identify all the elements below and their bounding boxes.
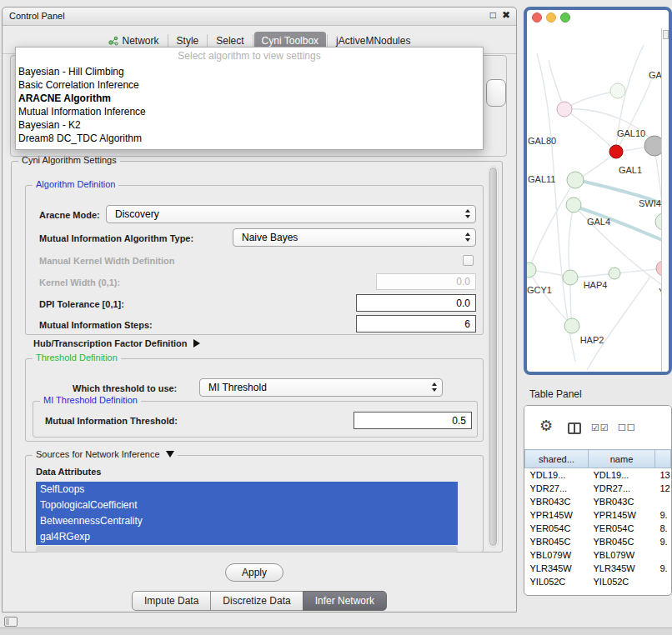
partially-covered-button[interactable] (486, 79, 506, 107)
column-header[interactable]: shared... (525, 450, 589, 468)
deselect-all-icon[interactable]: ☐☐ (618, 422, 636, 433)
table-cell: YDR27... (589, 482, 655, 495)
dpi-tolerance-label: DPI Tolerance [0,1]: (39, 299, 124, 309)
status-strip (0, 628, 672, 635)
column-header[interactable] (655, 450, 671, 468)
mi-type-value: Naive Bayes (242, 232, 298, 243)
manual-kernel-label: Manual Kernel Width Definition (39, 256, 174, 266)
which-threshold-select[interactable]: MI Threshold (199, 378, 443, 397)
table-row[interactable]: YBR043CYBR043C (525, 495, 671, 508)
table-cell: 9. (655, 508, 671, 522)
node-label-gal: GAL (649, 70, 662, 80)
node-hap4[interactable] (563, 270, 578, 285)
network-scrollbar-thumb (663, 30, 669, 39)
table-cell: 12 (655, 482, 671, 495)
table-row[interactable]: YDL19...YDL19...13 (525, 468, 671, 482)
network-nodes (527, 83, 662, 333)
columns-icon[interactable] (568, 422, 581, 434)
attributes-hscrollbar[interactable] (36, 546, 458, 552)
table-row[interactable]: YDR27...YDR27...12 (525, 482, 671, 495)
node-left-edge[interactable] (527, 262, 536, 278)
table-cell: YBR045C (525, 535, 589, 548)
data-attribute-item[interactable]: gal4RGexp (36, 529, 458, 545)
table-row[interactable]: YLR345WYLR345W9. (525, 562, 671, 575)
table-row[interactable]: YBR045CYBR045C9. (525, 535, 671, 548)
table-panel-toolbar: ⚙ ☑☑ ☐☐ (524, 406, 671, 449)
node-label-gcy1: GCY1 (527, 285, 552, 295)
network-canvas[interactable]: GALGAL80GAL10GAL1GAL11SWI4GAL4GCY1HAP4HA… (527, 28, 662, 373)
sources-group: Sources for Network Inference Data Attri… (25, 455, 484, 552)
table-cell: YBR043C (589, 495, 655, 508)
float-window-icon[interactable]: □ (490, 9, 496, 21)
node-label-gal80: GAL80 (528, 136, 556, 146)
node-attribute-table: shared...name YDL19...YDL19...13YDR27...… (524, 449, 671, 588)
zoom-traffic-light-icon[interactable] (560, 12, 570, 22)
tab-label: Network (123, 35, 159, 47)
network-scrollbar[interactable] (661, 28, 669, 372)
hub-section-toggle[interactable]: Hub/Transcription Factor Definition (33, 338, 200, 348)
show-panel-icon[interactable] (4, 617, 18, 627)
aracne-mode-select[interactable]: Discovery (106, 205, 476, 223)
bottom-tab-impute-data[interactable]: Impute Data (132, 591, 211, 611)
table-cell (655, 495, 671, 508)
mi-type-label: Mutual Information Algorithm Type: (39, 233, 193, 243)
mi-steps-field[interactable] (356, 315, 476, 332)
table-cell: YIL052C (525, 575, 589, 588)
apply-button[interactable]: Apply (225, 563, 283, 582)
column-header[interactable]: name (589, 450, 655, 468)
bottom-tab-discretize-data[interactable]: Discretize Data (210, 591, 303, 611)
settings-scrollbar[interactable] (488, 166, 499, 548)
algorithm-option-dream8-dc-tdc-algorithm[interactable]: Dream8 DC_TDC Algorithm (16, 132, 483, 145)
which-threshold-label: Which threshold to use: (73, 383, 177, 393)
minimize-traffic-light-icon[interactable] (546, 12, 556, 22)
table-row[interactable]: YPR145WYPR145W9. (525, 508, 671, 522)
node-pink-left[interactable] (557, 102, 572, 117)
table-panel-title: Table Panel (529, 388, 582, 400)
algorithm-option-bayesian-hill-climbing[interactable]: Bayesian - Hill Climbing (16, 65, 483, 78)
gear-icon[interactable]: ⚙ (539, 417, 553, 435)
mi-type-select[interactable]: Naive Bayes (233, 228, 476, 247)
sources-section-toggle[interactable]: Sources for Network Inference (33, 449, 178, 459)
manual-kernel-checkbox[interactable] (463, 255, 474, 266)
node-gal10[interactable] (609, 145, 623, 158)
close-icon[interactable]: ✖ (502, 9, 510, 21)
close-traffic-light-icon[interactable] (532, 12, 542, 22)
mi-threshold-group-title: MI Threshold Definition (40, 395, 141, 405)
table-cell: YLR345W (525, 562, 589, 575)
algorithm-option-basic-correlation-inference[interactable]: Basic Correlation Inference (16, 78, 483, 92)
node-gray-hub[interactable] (644, 136, 662, 156)
table-row[interactable]: YBL079WYBL079W (525, 548, 671, 562)
data-attribute-item[interactable]: BetweennessCentrality (36, 513, 458, 529)
node-gal11[interactable] (567, 172, 584, 188)
node-gal4[interactable] (566, 198, 581, 212)
window-traffic-lights (532, 12, 570, 22)
algorithm-definition-title: Algorithm Definition (33, 179, 118, 189)
node-pale-top[interactable] (610, 83, 625, 98)
node-label-hap4: HAP4 (584, 280, 608, 290)
kernel-width-field[interactable] (376, 273, 476, 290)
cyni-algorithm-settings-group: Cyni Algorithm Settings Algorithm Defini… (11, 161, 503, 552)
select-all-icon[interactable]: ☑☑ (591, 422, 609, 433)
data-attribute-item[interactable]: SelfLoops (36, 482, 458, 498)
node-mid[interactable] (609, 268, 620, 279)
algorithm-option-bayesian-k2[interactable]: Bayesian - K2 (16, 118, 483, 132)
bottom-tab-infer-network[interactable]: Infer Network (303, 591, 387, 611)
table-row[interactable]: YER054CYER054C8. (525, 522, 671, 535)
table-cell: YPR145W (525, 508, 589, 522)
algorithm-option-aracne-algorithm[interactable]: ARACNE Algorithm (16, 92, 483, 105)
algorithm-option-mutual-information-inference[interactable]: Mutual Information Inference (16, 105, 483, 118)
dpi-tolerance-field[interactable] (356, 294, 476, 312)
table-cell: 8. (655, 522, 671, 535)
node-hap2[interactable] (564, 318, 579, 333)
mi-threshold-field[interactable] (354, 412, 472, 429)
which-threshold-value: MI Threshold (208, 382, 267, 393)
node-label-swi4: SWI4 (639, 198, 661, 208)
dropdown-placeholder: Select algorithm to view settings (16, 48, 483, 62)
table-cell: YDR27... (525, 482, 589, 495)
tab-separator (168, 34, 168, 47)
network-view-window: GALGAL80GAL10GAL1GAL11SWI4GAL4GCY1HAP4HA… (524, 7, 672, 375)
table-row[interactable]: YIL052CYIL052C (525, 575, 671, 588)
hub-section-label: Hub/Transcription Factor Definition (33, 338, 188, 348)
table-cell: YER054C (525, 522, 589, 535)
data-attribute-item[interactable]: TopologicalCoefficient (36, 498, 458, 513)
